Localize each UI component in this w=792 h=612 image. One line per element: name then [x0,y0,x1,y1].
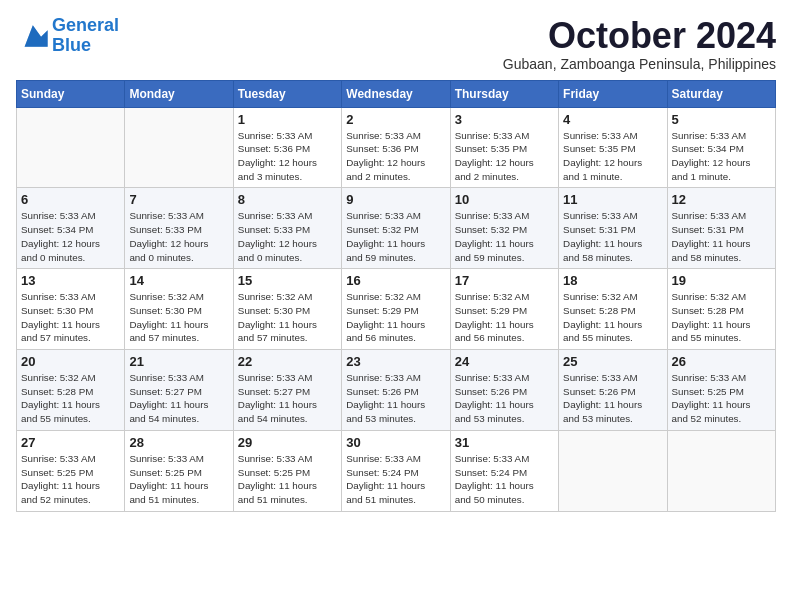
day-number: 7 [129,192,228,207]
weekday-header-sunday: Sunday [17,80,125,107]
day-number: 9 [346,192,445,207]
title-area: October 2024 Gubaan, Zamboanga Peninsula… [503,16,776,72]
day-cell: 5Sunrise: 5:33 AM Sunset: 5:34 PM Daylig… [667,107,775,188]
day-number: 22 [238,354,337,369]
weekday-header-row: SundayMondayTuesdayWednesdayThursdayFrid… [17,80,776,107]
day-number: 17 [455,273,554,288]
day-info: Sunrise: 5:33 AM Sunset: 5:24 PM Dayligh… [346,452,445,507]
logo-text: General Blue [52,16,119,56]
day-cell: 3Sunrise: 5:33 AM Sunset: 5:35 PM Daylig… [450,107,558,188]
day-cell: 15Sunrise: 5:32 AM Sunset: 5:30 PM Dayli… [233,269,341,350]
day-number: 8 [238,192,337,207]
day-number: 25 [563,354,662,369]
day-number: 18 [563,273,662,288]
day-info: Sunrise: 5:33 AM Sunset: 5:35 PM Dayligh… [455,129,554,184]
day-info: Sunrise: 5:33 AM Sunset: 5:26 PM Dayligh… [346,371,445,426]
day-cell: 14Sunrise: 5:32 AM Sunset: 5:30 PM Dayli… [125,269,233,350]
day-number: 5 [672,112,771,127]
day-number: 14 [129,273,228,288]
day-cell: 1Sunrise: 5:33 AM Sunset: 5:36 PM Daylig… [233,107,341,188]
week-row-2: 6Sunrise: 5:33 AM Sunset: 5:34 PM Daylig… [17,188,776,269]
day-info: Sunrise: 5:33 AM Sunset: 5:36 PM Dayligh… [346,129,445,184]
weekday-header-thursday: Thursday [450,80,558,107]
day-info: Sunrise: 5:33 AM Sunset: 5:34 PM Dayligh… [21,209,120,264]
day-cell: 30Sunrise: 5:33 AM Sunset: 5:24 PM Dayli… [342,430,450,511]
day-number: 29 [238,435,337,450]
day-cell: 19Sunrise: 5:32 AM Sunset: 5:28 PM Dayli… [667,269,775,350]
day-info: Sunrise: 5:32 AM Sunset: 5:29 PM Dayligh… [455,290,554,345]
day-number: 16 [346,273,445,288]
day-info: Sunrise: 5:33 AM Sunset: 5:36 PM Dayligh… [238,129,337,184]
day-info: Sunrise: 5:33 AM Sunset: 5:34 PM Dayligh… [672,129,771,184]
week-row-1: 1Sunrise: 5:33 AM Sunset: 5:36 PM Daylig… [17,107,776,188]
day-cell: 31Sunrise: 5:33 AM Sunset: 5:24 PM Dayli… [450,430,558,511]
day-number: 30 [346,435,445,450]
day-number: 12 [672,192,771,207]
day-number: 24 [455,354,554,369]
day-info: Sunrise: 5:33 AM Sunset: 5:30 PM Dayligh… [21,290,120,345]
day-cell: 11Sunrise: 5:33 AM Sunset: 5:31 PM Dayli… [559,188,667,269]
day-cell: 23Sunrise: 5:33 AM Sunset: 5:26 PM Dayli… [342,350,450,431]
day-info: Sunrise: 5:33 AM Sunset: 5:32 PM Dayligh… [346,209,445,264]
calendar-table: SundayMondayTuesdayWednesdayThursdayFrid… [16,80,776,512]
day-cell: 12Sunrise: 5:33 AM Sunset: 5:31 PM Dayli… [667,188,775,269]
month-title: October 2024 [503,16,776,56]
day-cell: 8Sunrise: 5:33 AM Sunset: 5:33 PM Daylig… [233,188,341,269]
day-info: Sunrise: 5:33 AM Sunset: 5:31 PM Dayligh… [672,209,771,264]
day-cell [125,107,233,188]
day-cell: 29Sunrise: 5:33 AM Sunset: 5:25 PM Dayli… [233,430,341,511]
day-info: Sunrise: 5:33 AM Sunset: 5:33 PM Dayligh… [238,209,337,264]
logo-line2: Blue [52,35,91,55]
week-row-5: 27Sunrise: 5:33 AM Sunset: 5:25 PM Dayli… [17,430,776,511]
day-info: Sunrise: 5:32 AM Sunset: 5:28 PM Dayligh… [672,290,771,345]
weekday-header-monday: Monday [125,80,233,107]
day-cell: 16Sunrise: 5:32 AM Sunset: 5:29 PM Dayli… [342,269,450,350]
day-cell [17,107,125,188]
week-row-4: 20Sunrise: 5:32 AM Sunset: 5:28 PM Dayli… [17,350,776,431]
location-subtitle: Gubaan, Zamboanga Peninsula, Philippines [503,56,776,72]
day-info: Sunrise: 5:33 AM Sunset: 5:32 PM Dayligh… [455,209,554,264]
logo: General Blue [16,16,119,56]
day-number: 20 [21,354,120,369]
day-info: Sunrise: 5:33 AM Sunset: 5:31 PM Dayligh… [563,209,662,264]
weekday-header-wednesday: Wednesday [342,80,450,107]
logo-line1: General [52,15,119,35]
day-number: 31 [455,435,554,450]
day-cell: 17Sunrise: 5:32 AM Sunset: 5:29 PM Dayli… [450,269,558,350]
day-number: 23 [346,354,445,369]
day-cell: 25Sunrise: 5:33 AM Sunset: 5:26 PM Dayli… [559,350,667,431]
day-info: Sunrise: 5:33 AM Sunset: 5:25 PM Dayligh… [238,452,337,507]
day-cell: 27Sunrise: 5:33 AM Sunset: 5:25 PM Dayli… [17,430,125,511]
day-info: Sunrise: 5:33 AM Sunset: 5:27 PM Dayligh… [129,371,228,426]
day-cell: 2Sunrise: 5:33 AM Sunset: 5:36 PM Daylig… [342,107,450,188]
day-cell: 6Sunrise: 5:33 AM Sunset: 5:34 PM Daylig… [17,188,125,269]
day-cell: 22Sunrise: 5:33 AM Sunset: 5:27 PM Dayli… [233,350,341,431]
day-cell: 24Sunrise: 5:33 AM Sunset: 5:26 PM Dayli… [450,350,558,431]
day-number: 19 [672,273,771,288]
day-info: Sunrise: 5:33 AM Sunset: 5:25 PM Dayligh… [21,452,120,507]
logo-icon [16,22,48,50]
day-cell: 13Sunrise: 5:33 AM Sunset: 5:30 PM Dayli… [17,269,125,350]
day-info: Sunrise: 5:32 AM Sunset: 5:30 PM Dayligh… [129,290,228,345]
day-cell: 26Sunrise: 5:33 AM Sunset: 5:25 PM Dayli… [667,350,775,431]
day-number: 26 [672,354,771,369]
header: General Blue October 2024 Gubaan, Zamboa… [16,16,776,72]
day-cell: 4Sunrise: 5:33 AM Sunset: 5:35 PM Daylig… [559,107,667,188]
day-info: Sunrise: 5:33 AM Sunset: 5:26 PM Dayligh… [563,371,662,426]
day-info: Sunrise: 5:33 AM Sunset: 5:25 PM Dayligh… [129,452,228,507]
day-cell: 18Sunrise: 5:32 AM Sunset: 5:28 PM Dayli… [559,269,667,350]
day-number: 4 [563,112,662,127]
day-number: 15 [238,273,337,288]
day-cell: 10Sunrise: 5:33 AM Sunset: 5:32 PM Dayli… [450,188,558,269]
day-number: 27 [21,435,120,450]
day-info: Sunrise: 5:32 AM Sunset: 5:29 PM Dayligh… [346,290,445,345]
day-cell: 7Sunrise: 5:33 AM Sunset: 5:33 PM Daylig… [125,188,233,269]
day-number: 1 [238,112,337,127]
day-info: Sunrise: 5:33 AM Sunset: 5:24 PM Dayligh… [455,452,554,507]
day-info: Sunrise: 5:33 AM Sunset: 5:33 PM Dayligh… [129,209,228,264]
day-cell [559,430,667,511]
weekday-header-friday: Friday [559,80,667,107]
day-number: 13 [21,273,120,288]
day-number: 2 [346,112,445,127]
day-info: Sunrise: 5:33 AM Sunset: 5:35 PM Dayligh… [563,129,662,184]
